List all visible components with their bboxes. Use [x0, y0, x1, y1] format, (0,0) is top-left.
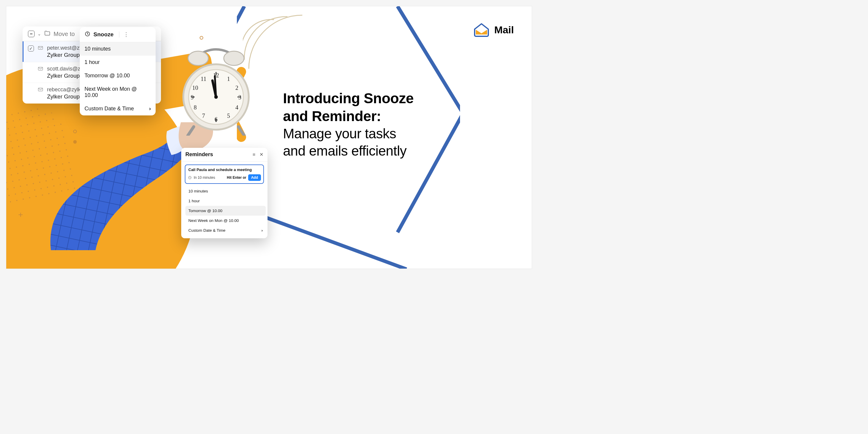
move-to-button[interactable]: Move to [54, 31, 75, 37]
reminder-hint: Hit Enter or [227, 176, 246, 180]
snooze-option-label: Tomorrow @ 10.00 [85, 72, 130, 79]
reminder-subject-field[interactable]: Call Paula and schedule a meeting [188, 166, 261, 173]
clock-icon [85, 31, 90, 38]
svg-text:1: 1 [227, 75, 230, 82]
reminder-option-label: 1 hour [188, 199, 200, 203]
reminder-option-label: Tomorrow @ 10.00 [188, 209, 222, 213]
svg-point-2 [224, 51, 244, 65]
snooze-menu-header: Snooze ⋮ [80, 27, 156, 42]
snooze-option-label: 1 hour [85, 59, 100, 65]
reminder-option[interactable]: Custom Date & Time› [185, 225, 266, 235]
svg-text:3: 3 [238, 94, 241, 100]
reminder-when-chip[interactable]: In 10 minutes [188, 176, 215, 180]
svg-text:7: 7 [202, 113, 205, 119]
snooze-option[interactable]: Custom Date & Time› [80, 102, 156, 116]
reminder-option[interactable]: Next Week on Mon @ 10.00 [185, 216, 266, 225]
headline-bold-1: Introducing Snooze [283, 90, 485, 107]
reminders-header: Reminders ≡ ✕ [181, 148, 268, 161]
reminder-option[interactable]: Tomorrow @ 10.00 [185, 206, 266, 216]
bg-dot [73, 140, 77, 144]
chevron-right-icon: › [261, 228, 263, 232]
brand: Mail [473, 23, 514, 37]
add-button[interactable]: Add [248, 174, 261, 181]
close-icon[interactable]: ✕ [259, 152, 264, 157]
snooze-option-label: 10 minutes [85, 46, 111, 52]
bg-ring-2 [73, 130, 77, 133]
folder-icon [44, 30, 51, 38]
envelope-icon [37, 87, 43, 94]
reminder-when-text: In 10 minutes [194, 176, 215, 180]
row-checkbox[interactable] [28, 45, 34, 52]
list-icon[interactable]: ≡ [253, 152, 255, 157]
reminder-option[interactable]: 1 hour [185, 196, 266, 206]
reminder-option-label: Next Week on Mon @ 10.00 [188, 218, 239, 223]
reminder-option-label: 10 minutes [188, 189, 208, 193]
svg-text:2: 2 [236, 85, 238, 91]
envelope-icon [37, 66, 43, 73]
reminder-option[interactable]: 10 minutes [185, 186, 266, 196]
bg-plus-icon: + [18, 210, 23, 220]
promo-canvas: + [6, 6, 532, 269]
svg-rect-24 [30, 34, 32, 34]
bg-ring-1 [200, 36, 203, 39]
separator [119, 32, 119, 37]
snooze-option[interactable]: Tomorrow @ 10.00 [80, 69, 156, 83]
headline: Introducing Snooze and Reminder: Manage … [283, 90, 485, 159]
brand-name: Mail [494, 24, 514, 36]
svg-text:8: 8 [194, 104, 197, 111]
reminders-panel: Reminders ≡ ✕ Call Paula and schedule a … [181, 148, 268, 238]
headline-light-1: Manage your tasks [283, 125, 485, 143]
kebab-icon[interactable]: ⋮ [123, 31, 129, 38]
headline-light-2: and emails efficiently [283, 143, 485, 160]
snooze-option-label: Custom Date & Time [85, 105, 134, 112]
svg-rect-25 [38, 46, 43, 50]
svg-text:6: 6 [215, 116, 218, 123]
svg-rect-26 [38, 67, 43, 70]
svg-rect-27 [38, 88, 43, 91]
reminder-input[interactable]: Call Paula and schedule a meeting In 10 … [185, 164, 264, 184]
alarm-sound-icon [243, 9, 317, 84]
reminder-option-label: Custom Date & Time [188, 228, 225, 232]
snooze-title[interactable]: Snooze [93, 31, 114, 38]
mail-logo-icon [473, 23, 490, 37]
snooze-option[interactable]: Next Week on Mon @ 10.00 [80, 83, 156, 102]
select-all-checkbox[interactable] [28, 31, 34, 37]
svg-text:5: 5 [227, 113, 230, 119]
headline-bold-2: and Reminder: [283, 107, 485, 125]
chevron-right-icon: › [149, 105, 151, 112]
select-all-caret-icon[interactable]: ⌄ [37, 32, 41, 36]
snooze-option[interactable]: 10 minutes [80, 42, 156, 56]
snooze-option[interactable]: 1 hour [80, 56, 156, 69]
snooze-option-label: Next Week on Mon @ 10.00 [85, 86, 151, 98]
reminders-title: Reminders [185, 151, 213, 158]
svg-text:4: 4 [236, 104, 238, 111]
envelope-icon [37, 45, 43, 52]
snooze-menu: Snooze ⋮ 10 minutes1 hourTomorrow @ 10.0… [80, 27, 156, 116]
